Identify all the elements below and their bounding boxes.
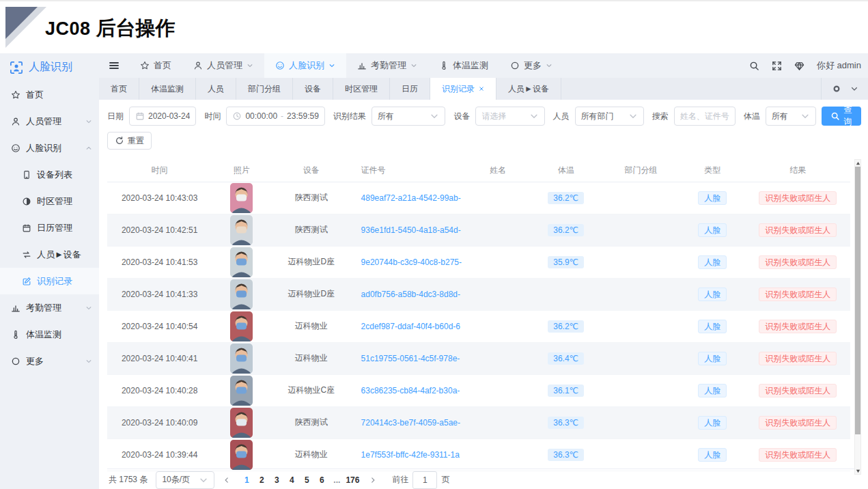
search-icon[interactable] xyxy=(749,61,759,71)
cert-link[interactable]: 720414c3-be7f-4059-a5ae- xyxy=(361,418,460,428)
device-select[interactable]: 请选择 xyxy=(475,107,544,126)
cell-result: 识别失败或陌生人 xyxy=(746,246,850,278)
sidebar-item-9[interactable]: 考勤管理 xyxy=(0,294,99,321)
nav-item-3[interactable]: 人脸识别 xyxy=(264,53,346,78)
scroll-down-icon[interactable] xyxy=(855,468,860,473)
user-icon xyxy=(11,117,20,126)
nav-item-1[interactable]: 首页 xyxy=(129,53,182,78)
type-badge: 人脸 xyxy=(698,191,727,205)
face-scan-icon xyxy=(10,61,23,74)
cert-link[interactable]: 63c86235-cb84-4af2-b30a- xyxy=(361,386,460,395)
corner-fold-decoration xyxy=(5,7,53,55)
nav-item-4[interactable]: 考勤管理 xyxy=(346,53,428,78)
page-number-2[interactable]: 2 xyxy=(254,475,269,485)
cert-link[interactable]: ad0fb756-a58b-4dc3-8d8d- xyxy=(361,290,460,299)
temperature-badge: 35.9℃ xyxy=(548,256,584,268)
tab-6[interactable]: 时区管理 xyxy=(333,78,390,100)
cell-temp: 36.3℃ xyxy=(529,438,602,471)
time-range-picker[interactable]: 00:00:00 - 23:59:59 xyxy=(226,107,324,126)
table-row-7: 2020-03-24 10:40:28迈科物业C座63c86235-cb84-4… xyxy=(107,374,850,406)
person-select[interactable]: 所有部门 xyxy=(575,107,644,126)
search-input-box[interactable]: 姓名、证件号 xyxy=(674,107,736,126)
reset-button[interactable]: 重置 xyxy=(107,132,152,150)
nav-item-5[interactable]: 体温监测 xyxy=(428,53,499,78)
nav-item-6[interactable]: 更多 xyxy=(499,53,563,78)
result-select[interactable]: 所有 xyxy=(372,107,446,126)
sidebar-item-label: 更多 xyxy=(26,355,44,367)
chevron-down-icon xyxy=(85,358,92,365)
device-icon xyxy=(22,170,31,180)
tab-list-chevron-down-icon[interactable] xyxy=(850,85,858,93)
cert-link[interactable]: 936e1fd1-5450-4a18-a54d- xyxy=(361,225,461,235)
tab-3[interactable]: 人员 xyxy=(196,78,236,100)
page-number-3[interactable]: 3 xyxy=(269,475,284,485)
next-page-icon[interactable] xyxy=(365,477,381,484)
tab-4[interactable]: 部门分组 xyxy=(236,78,293,100)
page-size-select[interactable]: 10条/页 xyxy=(156,471,214,489)
date-picker[interactable]: 2020-03-24 xyxy=(129,107,196,126)
cell-type: 人脸 xyxy=(680,438,746,471)
sidebar-item-11[interactable]: 更多 xyxy=(0,348,99,374)
sidebar-item-5[interactable]: 时区管理 xyxy=(0,188,99,214)
cell-type: 人脸 xyxy=(680,342,746,374)
page-number-6[interactable]: 6 xyxy=(314,475,329,485)
corner-triangle-dark xyxy=(5,7,38,39)
time-separator: - xyxy=(281,111,283,121)
sidebar-item-8[interactable]: 识别记录 xyxy=(0,268,99,294)
sidebar-item-4[interactable]: 设备列表 xyxy=(0,161,99,188)
sidebar-item-10[interactable]: 体温监测 xyxy=(0,321,99,348)
cell-photo[interactable] xyxy=(212,342,271,374)
cert-link[interactable]: 489eaf72-a21a-4542-99ab- xyxy=(361,193,461,203)
fullscreen-icon[interactable] xyxy=(772,61,782,71)
sidebar-item-6[interactable]: 日历管理 xyxy=(0,214,99,241)
cell-photo[interactable] xyxy=(212,214,271,246)
cell-photo[interactable] xyxy=(212,310,271,342)
cert-link[interactable]: 9e20744b-c3c9-40c8-b275- xyxy=(361,257,462,267)
cell-photo[interactable] xyxy=(212,374,271,406)
cell-name xyxy=(466,406,529,438)
tab-5[interactable]: 设备 xyxy=(293,78,333,100)
sidebar-item-1[interactable]: 首页 xyxy=(0,81,99,108)
cell-photo[interactable] xyxy=(212,438,271,471)
vertical-scrollbar[interactable] xyxy=(854,159,861,475)
scroll-up-icon[interactable] xyxy=(855,160,860,166)
page-number-176[interactable]: 176 xyxy=(344,475,361,485)
cert-link[interactable]: 2cdef987-ddaf-40f4-b60d-6 xyxy=(361,322,460,331)
nav-item-2[interactable]: 人员管理 xyxy=(182,53,264,78)
temperature-select-value: 所有 xyxy=(772,111,797,122)
page-number-1[interactable]: 1 xyxy=(239,475,254,485)
page-title: JC08后台操作 xyxy=(0,1,868,53)
sidebar-item-7[interactable]: 人员►设备 xyxy=(0,241,99,268)
cell-photo[interactable] xyxy=(212,278,271,310)
tab-close-icon[interactable] xyxy=(479,86,484,92)
tab-label: 识别记录 xyxy=(442,83,475,95)
goto-page-input[interactable] xyxy=(412,471,437,489)
temperature-select[interactable]: 所有 xyxy=(766,107,816,126)
prev-page-icon[interactable] xyxy=(219,477,235,484)
page-number-4[interactable]: 4 xyxy=(284,475,299,485)
tab-8[interactable]: 识别记录 xyxy=(430,78,496,100)
tab-settings-icon[interactable] xyxy=(832,85,841,93)
query-button[interactable]: 查询 xyxy=(822,107,861,126)
hamburger-menu-icon[interactable] xyxy=(99,60,129,71)
cell-temp: 36.2℃ xyxy=(529,214,602,246)
tab-7[interactable]: 日历 xyxy=(390,78,430,100)
tab-9[interactable]: 人员►设备 xyxy=(496,78,561,100)
sidebar-item-2[interactable]: 人员管理 xyxy=(0,108,99,135)
sidebar-item-label: 人员►设备 xyxy=(37,249,81,261)
theme-gem-icon[interactable] xyxy=(794,61,804,71)
page-number-5[interactable]: 5 xyxy=(299,475,314,485)
scrollbar-thumb[interactable] xyxy=(855,167,860,434)
user-greeting[interactable]: 你好 admin xyxy=(817,59,861,72)
cell-photo[interactable] xyxy=(212,406,271,438)
cert-link[interactable]: 51c19755-0561-4c5f-978e- xyxy=(361,354,460,363)
cert-link[interactable]: 1e7f553f-bffc-42fe-9311-1a xyxy=(361,450,460,460)
cell-photo[interactable] xyxy=(212,182,271,214)
cell-time: 2020-03-24 10:40:41 xyxy=(107,342,212,374)
sidebar-menu: 首页人员管理人脸识别设备列表时区管理日历管理人员►设备识别记录考勤管理体温监测更… xyxy=(0,81,99,374)
sidebar-item-3[interactable]: 人脸识别 xyxy=(0,135,99,161)
tab-1[interactable]: 首页 xyxy=(99,78,139,100)
cell-photo[interactable] xyxy=(212,246,271,278)
tab-2[interactable]: 体温监测 xyxy=(139,78,196,100)
time-start-value: 00:00:00 xyxy=(245,111,277,121)
